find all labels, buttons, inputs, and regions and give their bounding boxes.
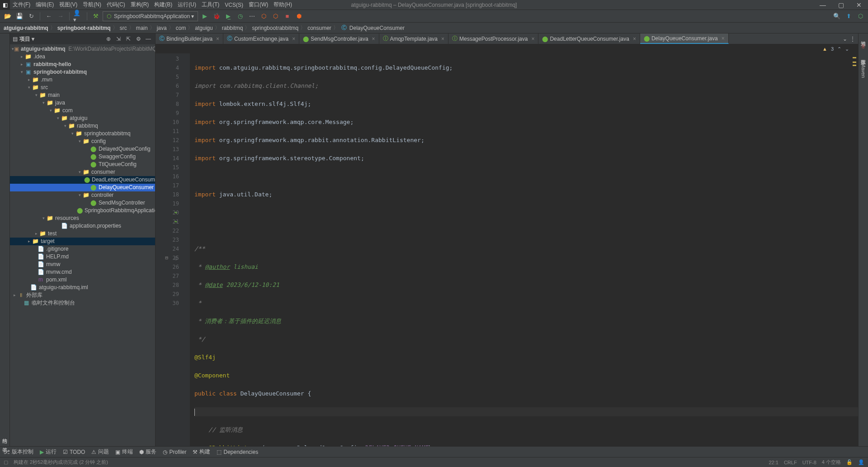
tree-item[interactable]: ▸▣rabbitmq-hello [10, 61, 155, 68]
ide-settings-icon[interactable]: ⬡ [855, 11, 865, 21]
maximize-button[interactable]: ▢ [832, 1, 850, 9]
prev-highlight-icon[interactable]: ⌃ [837, 46, 841, 52]
crumb[interactable]: java [157, 25, 167, 31]
tab-active[interactable]: ⬤DelayQueueConsumer.java× [640, 33, 729, 44]
rail-notifications[interactable]: 通知 [859, 33, 868, 41]
tree-item[interactable]: ▾📁java [10, 99, 155, 107]
menu-navigate[interactable]: 导航(N) [80, 1, 104, 9]
menu-tools[interactable]: 工具(T) [199, 1, 222, 9]
tab[interactable]: ⒾAmqpTemplate.java× [379, 33, 448, 44]
menu-view[interactable]: 视图(V) [57, 1, 80, 9]
profile-icon[interactable]: ◷ [235, 11, 245, 21]
more-run-icon[interactable]: ⋯ [247, 11, 257, 21]
close-icon[interactable]: × [216, 36, 219, 42]
tool-terminal[interactable]: ▣终端 [115, 448, 133, 456]
tree-item[interactable]: 📄.gitignore [10, 245, 155, 253]
tree-item[interactable]: ▾📁main [10, 91, 155, 99]
tree-item[interactable]: ▾▣springboot-rabbitmq [10, 68, 155, 76]
spring-gutter-icon[interactable]: ❧ [174, 217, 177, 226]
status-line-sep[interactable]: CRLF [784, 460, 797, 465]
forward-icon[interactable]: → [56, 11, 66, 21]
warning-icon[interactable]: ▲ [822, 46, 827, 52]
status-window-icon[interactable]: ▢ [4, 459, 8, 465]
close-icon[interactable]: × [531, 36, 534, 42]
menu-file[interactable]: 文件(F) [10, 1, 33, 9]
tree-item[interactable]: ⬤SwaggerConfig [10, 153, 155, 161]
coverage-icon[interactable]: ▶̲ [223, 11, 233, 21]
spring-gutter-icon[interactable]: ❧ [174, 208, 177, 217]
lock-icon[interactable]: 🔓 [846, 459, 853, 465]
tree-item[interactable]: ▾📁atguigu [10, 114, 155, 122]
tab[interactable]: ⒾMessagePostProcessor.java× [448, 33, 538, 44]
crumb[interactable]: atguigu-rabbitmq [4, 25, 48, 31]
menu-build[interactable]: 构建(B) [151, 1, 175, 9]
tool-todo[interactable]: ☑TODO [63, 449, 85, 455]
crumb[interactable]: com [176, 25, 186, 31]
crumb[interactable]: springbootrabbitmq [252, 25, 298, 31]
run-config-selector[interactable]: ⬡ SpringbootRabbitmqApplication ▾ [103, 11, 198, 21]
expand-icon[interactable]: ⇲ [114, 36, 123, 42]
next-highlight-icon[interactable]: ⌄ [845, 46, 849, 52]
back-icon[interactable]: ← [44, 11, 54, 21]
inspection-icon[interactable]: 👤 [858, 459, 864, 465]
rail-structure[interactable]: 结构 [0, 432, 9, 437]
tree-item[interactable]: ⬤SpringbootRabbitmqApplication [10, 207, 155, 214]
close-button[interactable]: ✕ [850, 1, 868, 9]
close-icon[interactable]: × [441, 36, 444, 42]
tool-vcs[interactable]: ⎇版本控制 [4, 448, 33, 456]
tree-item[interactable]: ▾📁src [10, 84, 155, 91]
rail-database[interactable]: 数据库 [859, 52, 868, 59]
tab[interactable]: ⬤SendMsgController.java× [299, 33, 379, 44]
tab[interactable]: ⒸBindingBuilder.java× [156, 33, 223, 44]
tree-item[interactable]: 📄HELP.md [10, 253, 155, 261]
crumb-file[interactable]: DelayQueueConsumer [349, 25, 405, 31]
attach2-icon[interactable]: ⬡ [270, 11, 280, 21]
tree-item-target[interactable]: ▸📁target [10, 238, 155, 245]
tool-build[interactable]: ⚒构建 [193, 448, 210, 456]
more-icon[interactable]: ⋮ [850, 36, 855, 42]
tree-item[interactable]: ▾📁resources [10, 214, 155, 222]
attach-icon[interactable]: ⬡ [259, 11, 269, 21]
menu-help[interactable]: 帮助(H) [271, 1, 295, 9]
menu-window[interactable]: 窗口(W) [246, 1, 271, 9]
tree-item[interactable]: ▸📁test [10, 230, 155, 238]
tool-run[interactable]: ▶运行 [40, 448, 57, 456]
tree-item[interactable]: mpom.xml [10, 276, 155, 284]
crumb[interactable]: consumer [307, 25, 331, 31]
debug-icon[interactable]: 🐞 [212, 11, 222, 21]
close-icon[interactable]: × [722, 35, 725, 42]
ide-update-icon[interactable]: ⬆ [844, 11, 854, 21]
menu-vcs[interactable]: VCS(S) [222, 2, 246, 8]
actuator-icon[interactable]: ⬢ [294, 11, 304, 21]
tree-item[interactable]: ⬤SendMsgController [10, 199, 155, 207]
tree-item-dead[interactable]: ⬤DeadLetterQueueConsumer [10, 176, 155, 184]
crumb[interactable]: atguigu [195, 25, 212, 31]
tree-item[interactable]: ▾📁consumer [10, 168, 155, 176]
tree-item[interactable]: 📄application.properties [10, 222, 155, 230]
menu-run[interactable]: 运行(U) [175, 1, 199, 9]
hide-icon[interactable]: — [144, 36, 152, 42]
tree-item[interactable]: ▾📁config [10, 138, 155, 145]
tree-scratches[interactable]: ▦临时文件和控制台 [10, 299, 155, 307]
tool-profiler[interactable]: ◷Profiler [163, 449, 186, 455]
stop-icon[interactable]: ■ [282, 11, 292, 21]
save-icon[interactable]: 💾 [14, 11, 24, 21]
tree-item[interactable]: 📄atguigu-rabbitmq.iml [10, 284, 155, 291]
close-icon[interactable]: × [292, 36, 295, 42]
tree-item[interactable]: ▸📁.mvn [10, 76, 155, 84]
close-icon[interactable]: × [372, 36, 375, 42]
tree-item[interactable]: 📄mvnw [10, 261, 155, 268]
tool-dependencies[interactable]: ⬚Dependencies [217, 449, 258, 455]
open-icon[interactable]: 📂 [3, 11, 13, 21]
tool-services[interactable]: ⬢服务 [139, 448, 156, 456]
tree-item[interactable]: ▾📁controller [10, 191, 155, 199]
status-position[interactable]: 22:1 [769, 460, 778, 465]
status-indent[interactable]: 4 个空格 [822, 459, 841, 466]
menu-code[interactable]: 代码(C) [104, 1, 128, 9]
crumb[interactable]: springboot-rabbitmq [57, 25, 111, 31]
crumb[interactable]: main [136, 25, 148, 31]
code-editor[interactable]: import com.atguigu.rabbitmq.springbootra… [190, 53, 858, 446]
status-encoding[interactable]: UTF-8 [802, 460, 816, 465]
tab[interactable]: ⒸCustomExchange.java× [223, 33, 299, 44]
rail-bookmarks[interactable]: 书签 [0, 441, 9, 446]
